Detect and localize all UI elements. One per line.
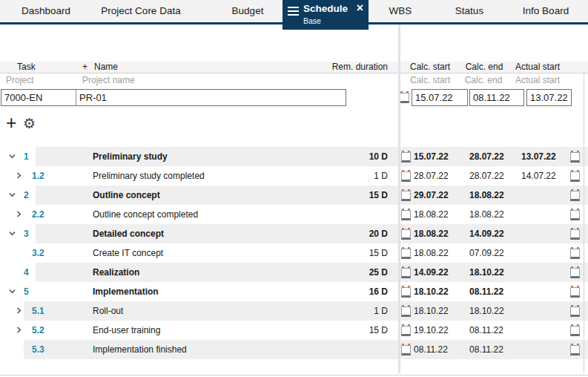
task-number[interactable]: 5 [24, 282, 29, 301]
col-header-calc-start[interactable]: Calc. start [410, 62, 450, 73]
task-number[interactable]: 5.3 [32, 340, 44, 359]
calendar-icon[interactable] [401, 268, 411, 278]
project-id-input[interactable] [1, 90, 76, 105]
task-name[interactable]: Implementation [93, 282, 159, 301]
calendar-icon[interactable] [401, 306, 411, 317]
chevron-down-icon[interactable] [8, 287, 16, 296]
task-name[interactable]: Realization [93, 263, 139, 282]
task-name[interactable]: Implementation finished [93, 340, 187, 359]
close-icon[interactable]: × [357, 2, 363, 14]
task-name[interactable]: Outline concept completed [93, 205, 198, 224]
task-number[interactable]: 1 [24, 147, 29, 166]
tab-schedule[interactable]: Schedule × Base [283, 0, 369, 30]
chevron-right-icon[interactable] [15, 326, 23, 335]
task-number[interactable]: 3 [24, 224, 29, 243]
col-header-actual-start[interactable]: Actual start [515, 62, 560, 73]
calendar-icon[interactable] [401, 345, 411, 355]
project-name-input[interactable] [76, 90, 346, 105]
tab-status[interactable]: Status [455, 0, 483, 22]
calendar-icon[interactable] [401, 326, 411, 336]
task-duration: 25 D [319, 263, 388, 282]
calendar-icon[interactable] [570, 306, 580, 317]
calc-start-date: 29.07.22 [414, 186, 449, 205]
calendar-icon[interactable] [570, 229, 580, 240]
calendar-icon[interactable] [570, 171, 580, 182]
task-name[interactable]: Roll-out [93, 301, 123, 321]
task-row[interactable]: 5.1Roll-out1 D18.10.2218.10.22 [0, 301, 588, 321]
task-number[interactable]: 2 [24, 186, 29, 205]
calc-start-date: 28.07.22 [414, 166, 449, 186]
task-row[interactable]: 1Preliminary study10 D15.07.2228.07.2213… [0, 147, 588, 166]
calendar-icon[interactable] [570, 268, 580, 278]
calc-start-date: 08.11.22 [414, 340, 448, 359]
calc-end-date: 18.10.22 [469, 263, 504, 282]
calendar-icon[interactable] [401, 229, 411, 240]
filter-label-calc-end: Calc. end [465, 75, 503, 86]
task-duration: 15 D [319, 321, 388, 340]
actual-start-filter-input[interactable] [526, 89, 572, 106]
task-row[interactable]: 5.3Implementation finished08.11.2208.11.… [0, 340, 588, 359]
tab-dashboard[interactable]: Dashboard [22, 0, 70, 22]
task-number[interactable]: 5.2 [32, 321, 44, 340]
task-number[interactable]: 2.2 [32, 205, 44, 224]
calc-end-filter-input[interactable] [469, 89, 524, 106]
calendar-icon[interactable] [401, 152, 411, 163]
tab-project-core-data[interactable]: Project Core Data [101, 0, 180, 22]
chevron-down-icon[interactable] [8, 191, 16, 200]
add-task-button[interactable]: + [6, 114, 17, 132]
calc-start-date: 18.10.22 [414, 282, 449, 301]
task-number[interactable]: 5.1 [32, 301, 44, 321]
calc-start-filter-input[interactable] [412, 89, 468, 106]
task-row[interactable]: 4Realization25 D14.09.2218.10.22 [0, 263, 588, 282]
col-header-rem-duration[interactable]: Rem. duration [319, 62, 388, 73]
task-name[interactable]: Outline concept [93, 186, 160, 205]
task-row[interactable]: 5.2End-user training15 D19.10.2208.11.22 [0, 321, 588, 340]
task-row[interactable]: 3.2Create IT concept15 D18.08.2207.09.22 [0, 243, 588, 263]
task-name[interactable]: End-user training [93, 321, 160, 340]
chevron-down-icon[interactable] [8, 152, 16, 161]
calendar-icon[interactable] [570, 249, 580, 259]
gear-icon[interactable]: ⚙ [23, 116, 36, 131]
tab-wbs[interactable]: WBS [389, 0, 412, 22]
calendar-icon[interactable] [570, 345, 580, 355]
calendar-icon[interactable] [570, 210, 580, 220]
calendar-icon[interactable] [401, 171, 411, 182]
calendar-icon[interactable] [401, 287, 411, 298]
task-duration: 15 D [319, 186, 388, 205]
task-name[interactable]: Detailed concept [93, 224, 164, 243]
hamburger-icon[interactable] [288, 7, 299, 16]
task-row[interactable]: 2Outline concept15 D29.07.2218.08.22 [0, 186, 588, 205]
pane-splitter[interactable] [398, 24, 400, 373]
col-header-calc-end[interactable]: Calc. end [466, 62, 503, 73]
calc-end-date: 18.08.22 [469, 186, 504, 205]
chevron-right-icon[interactable] [15, 306, 23, 315]
calendar-icon[interactable] [400, 93, 409, 103]
task-number[interactable]: 1.2 [32, 166, 44, 186]
chevron-right-icon[interactable] [15, 171, 23, 180]
task-row[interactable]: 5Implementation16 D18.10.2208.11.22 [0, 282, 588, 301]
calendar-icon[interactable] [570, 152, 580, 163]
calendar-icon[interactable] [401, 191, 411, 201]
calendar-icon[interactable] [570, 287, 580, 298]
task-name[interactable]: Create IT concept [93, 243, 163, 263]
task-name[interactable]: Preliminary study completed [93, 166, 205, 186]
col-header-task[interactable]: Task [17, 62, 36, 73]
task-number[interactable]: 4 [24, 263, 29, 282]
calendar-icon[interactable] [401, 249, 411, 259]
add-column-icon[interactable]: + [82, 62, 87, 73]
calendar-icon[interactable] [401, 210, 411, 220]
task-row[interactable]: 3Detailed concept20 D18.08.2214.09.22 [0, 224, 588, 243]
chevron-down-icon[interactable] [8, 229, 16, 238]
calendar-icon[interactable] [570, 326, 580, 336]
task-row[interactable]: 1.2Preliminary study completed1 D28.07.2… [0, 166, 588, 186]
col-header-name[interactable]: Name [94, 62, 118, 73]
actual-start-date: 13.07.22 [521, 147, 556, 166]
task-row[interactable]: 2.2Outline concept completed18.08.2218.0… [0, 205, 588, 224]
tab-info-board[interactable]: Info Board [523, 0, 569, 22]
calc-start-date: 18.10.22 [414, 301, 449, 321]
chevron-right-icon[interactable] [15, 210, 23, 219]
task-name[interactable]: Preliminary study [93, 147, 168, 166]
tab-budget[interactable]: Budget [232, 0, 264, 22]
task-number[interactable]: 3.2 [32, 243, 44, 263]
calendar-icon[interactable] [570, 191, 580, 201]
